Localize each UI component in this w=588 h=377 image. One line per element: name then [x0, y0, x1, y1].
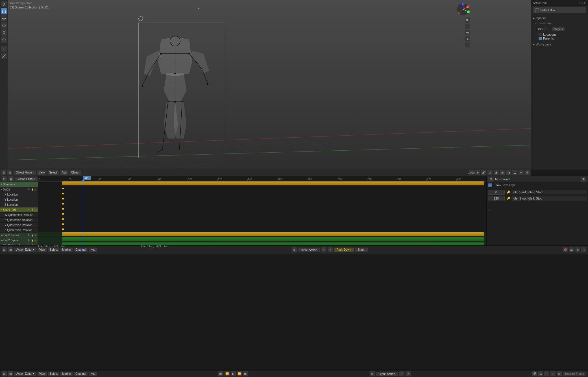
- channel-x-quat[interactable]: X Quaternion Rotation: [0, 218, 38, 223]
- playback-first-icon[interactable]: ⏮: [218, 371, 223, 376]
- camera-icon[interactable]: 📷: [465, 30, 470, 35]
- ae-bottom-mode[interactable]: Action Editor ▾: [14, 248, 36, 252]
- shading4[interactable]: ◒: [512, 170, 517, 175]
- workspace-header[interactable]: ▶ Workspace: [533, 43, 586, 46]
- 3d-viewport[interactable]: User Perspective (33) Scene Collection |…: [0, 0, 531, 170]
- action-add-icon[interactable]: +: [321, 247, 326, 252]
- footer-r3[interactable]: ⋮: [544, 371, 549, 376]
- shading2[interactable]: ◐: [500, 170, 505, 175]
- playback-next-icon[interactable]: ⏩: [237, 371, 242, 376]
- action-new-icon[interactable]: +: [399, 371, 404, 376]
- action-name[interactable]: Bip01Action: [298, 248, 320, 252]
- footer-action-name[interactable]: Bip01Action: [376, 372, 398, 376]
- channel-spine[interactable]: ▶ Bip01 Spine 👁 🔒 ◱: [0, 238, 38, 243]
- snap-icon[interactable]: 🔗: [481, 170, 486, 175]
- footer-key[interactable]: Key: [89, 372, 97, 376]
- nla-resize-handle[interactable]: ◁: [488, 208, 491, 211]
- action-del-icon[interactable]: ✕: [328, 247, 333, 252]
- pivot-icon[interactable]: ⊕: [475, 170, 480, 175]
- view-menu[interactable]: View: [37, 170, 47, 175]
- nla-type-icon[interactable]: ⊟: [488, 177, 493, 182]
- gizmo-btn[interactable]: ✛: [525, 170, 530, 175]
- footer-icon2[interactable]: ▦: [8, 371, 13, 376]
- ae-bottom-icon[interactable]: ⊟: [2, 247, 7, 252]
- footer-marker[interactable]: Marker: [60, 372, 73, 376]
- transform-header[interactable]: ▾ Transform: [533, 21, 586, 25]
- mode-dropdown[interactable]: Object Mode ▾: [14, 170, 36, 175]
- nla-key-120[interactable]: 120 🔑 Idle: Stop; Idle9: Stop: [488, 196, 587, 201]
- footer-channel[interactable]: Channel: [74, 372, 88, 376]
- channel-y-quat[interactable]: Y Quaternion Rotation: [0, 223, 38, 228]
- shading1[interactable]: ◉: [494, 170, 499, 175]
- footer-r4[interactable]: ◎: [550, 371, 556, 376]
- footer-view[interactable]: View: [38, 372, 47, 376]
- view-icon-small[interactable]: ▤: [7, 170, 12, 175]
- tracks-scroll[interactable]: [38, 181, 486, 249]
- ae-proportional-icon2[interactable]: ◎: [581, 247, 586, 252]
- ae-bottom-view[interactable]: View: [38, 248, 47, 252]
- nla-key-0[interactable]: 0 🔑 Idle: Start; Idle9: Start: [488, 189, 587, 195]
- action-x-icon[interactable]: ✕: [406, 371, 411, 376]
- channel-summary[interactable]: ▾ Summary: [0, 182, 38, 187]
- channel-bip01-001[interactable]: ▾ Bip01_001 👁 🔒 ◱: [0, 207, 38, 213]
- ae-bottom-marker[interactable]: Marker: [60, 248, 73, 252]
- proportional-icon[interactable]: ◎: [487, 170, 493, 175]
- cursor-tool[interactable]: [1, 1, 7, 7]
- move-tool[interactable]: [1, 15, 7, 21]
- global-icon[interactable]: Global: [469, 170, 474, 175]
- channel-z-location[interactable]: Z Location: [0, 202, 38, 207]
- select-box-button[interactable]: Select Box: [533, 7, 586, 13]
- footer-mode[interactable]: Action Editor ▾: [14, 372, 36, 376]
- footer-r1[interactable]: 🔗: [532, 371, 537, 376]
- select-box-tool[interactable]: [1, 8, 7, 14]
- playback-play-icon[interactable]: ▶: [231, 371, 236, 376]
- shading3[interactable]: ◑: [506, 170, 511, 175]
- annotate-tool[interactable]: [1, 46, 7, 52]
- channel-x-location[interactable]: X Location: [0, 192, 38, 197]
- object-menu[interactable]: Object: [69, 170, 81, 175]
- editor-type-icon[interactable]: ⊞: [1, 170, 6, 175]
- playhead[interactable]: [83, 182, 83, 252]
- tracks-container[interactable]: // We'll render these via JS below 02040…: [38, 176, 486, 252]
- playback-last-icon[interactable]: ⏭: [243, 371, 248, 376]
- channel-w-quat[interactable]: W Quaternion Rotation: [0, 213, 38, 218]
- nearest-frame-button[interactable]: Nearest Frame: [563, 372, 586, 376]
- stash-button[interactable]: Stash: [355, 248, 368, 252]
- show-text-keys-checkbox[interactable]: [488, 183, 492, 187]
- add-menu[interactable]: Add: [60, 170, 68, 175]
- footer-r2[interactable]: ☰: [538, 371, 543, 376]
- scale-tool[interactable]: [1, 29, 7, 36]
- ae-filter-icon2[interactable]: ☰: [569, 247, 574, 252]
- overlay-icon[interactable]: ☰: [465, 42, 470, 47]
- channel-z-quat[interactable]: Z Quaternion Rotation: [0, 228, 38, 233]
- ae-pin-icon[interactable]: 📌: [563, 247, 568, 252]
- ae-bottom-channel[interactable]: Channel: [74, 248, 88, 252]
- channel-y-location[interactable]: Y Location: [0, 197, 38, 202]
- overlay-btn[interactable]: ≡: [519, 170, 524, 175]
- action-sync-icon[interactable]: ⊕: [292, 247, 297, 252]
- render-icon[interactable]: ◈: [465, 36, 470, 41]
- measure-tool[interactable]: [1, 53, 7, 59]
- footer-icon1[interactable]: ⊞: [2, 371, 7, 376]
- push-down-button[interactable]: Push Down: [334, 248, 354, 252]
- cursor-icon[interactable]: ☞: [465, 24, 470, 29]
- axis-widget[interactable]: X Y Z: [456, 2, 470, 16]
- locations-checkbox[interactable]: [539, 33, 542, 36]
- playback-prev-icon[interactable]: ⏪: [225, 371, 230, 376]
- footer-r5[interactable]: ⊕: [557, 371, 562, 376]
- parents-checkbox[interactable]: [539, 37, 542, 40]
- ae-bottom-select[interactable]: Select: [48, 248, 59, 252]
- timeline-area[interactable]: ▾ Summary ▾ Bip01 👁 🔒 ◱ X Location Y Loc…: [0, 176, 486, 252]
- transform-tool[interactable]: [1, 36, 7, 43]
- action-sync-icon2[interactable]: ⊕: [370, 371, 375, 376]
- nla-search-icon[interactable]: 🔍: [581, 177, 586, 182]
- search-icon[interactable]: 🔍: [465, 18, 470, 23]
- ae-bottom-key[interactable]: Key: [89, 248, 97, 252]
- options-header[interactable]: ▶ Options: [533, 16, 586, 20]
- channel-bip01[interactable]: ▾ Bip01 👁 🔒 ◱: [0, 187, 38, 192]
- footer-select[interactable]: Select: [48, 372, 59, 376]
- select-menu[interactable]: Select: [47, 170, 59, 175]
- origins-button[interactable]: Origins: [552, 27, 565, 31]
- channel-pelvis[interactable]: ▶ Bip01 Pelvis 👁 🔒 ◱: [0, 233, 38, 238]
- ae-bottom-icon2[interactable]: ▦: [8, 247, 13, 252]
